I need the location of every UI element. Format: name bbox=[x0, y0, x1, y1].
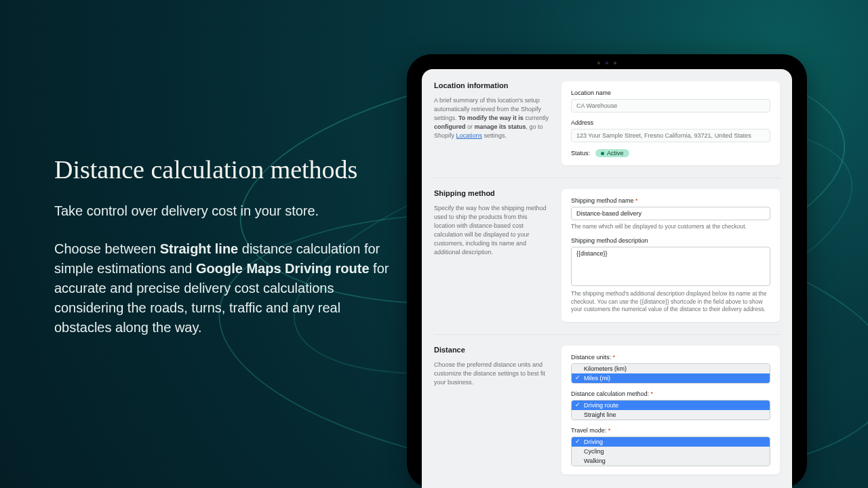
location-card: Location name Address Status: Active bbox=[561, 81, 780, 165]
mode-option-cycling[interactable]: Cycling bbox=[572, 447, 770, 456]
shipping-name-help: The name which will be displayed to your… bbox=[571, 223, 770, 230]
units-option-km[interactable]: Kilometers (km) bbox=[572, 364, 770, 373]
mode-dropdown[interactable]: Driving Cycling Walking bbox=[571, 436, 770, 466]
location-description: A brief summary of this location's setup… bbox=[434, 96, 549, 140]
locations-link[interactable]: Locations bbox=[456, 132, 483, 139]
tablet-frame: Location information A brief summary of … bbox=[407, 54, 807, 488]
app-screen: Location information A brief summary of … bbox=[422, 69, 792, 488]
method-dropdown[interactable]: Driving route Straight line bbox=[571, 400, 770, 420]
distance-heading: Distance bbox=[434, 346, 549, 354]
location-name-label: Location name bbox=[571, 89, 770, 96]
location-heading: Location information bbox=[434, 81, 549, 89]
section-location: Location information A brief summary of … bbox=[434, 81, 780, 178]
method-label: Distance calculation method: * bbox=[571, 390, 770, 397]
method-option-straight[interactable]: Straight line bbox=[572, 410, 770, 420]
distance-card: Distance units: * Kilometers (km) Miles … bbox=[561, 346, 780, 474]
units-dropdown[interactable]: Kilometers (km) Miles (mi) bbox=[571, 363, 770, 384]
units-option-mi[interactable]: Miles (mi) bbox=[572, 373, 770, 383]
shipping-desc-textarea[interactable] bbox=[571, 247, 770, 286]
address-input bbox=[571, 129, 770, 142]
method-option-driving[interactable]: Driving route bbox=[572, 401, 770, 410]
hero-title: Distance calculation methods bbox=[54, 155, 393, 184]
location-name-input bbox=[571, 99, 770, 113]
shipping-card: Shipping method name * The name which wi… bbox=[561, 189, 780, 322]
distance-description: Choose the preferred distance units and … bbox=[434, 361, 549, 387]
status-label: Status: bbox=[571, 150, 590, 157]
mode-label: Travel mode: * bbox=[571, 427, 770, 434]
section-distance: Distance Choose the preferred distance u… bbox=[434, 346, 780, 474]
mode-option-driving[interactable]: Driving bbox=[572, 437, 770, 447]
shipping-desc-label: Shipping method description bbox=[571, 237, 770, 244]
hero-copy: Distance calculation methods Take contro… bbox=[54, 155, 393, 338]
shipping-desc-help: The shipping method's additional descrip… bbox=[571, 290, 770, 313]
shipping-name-input[interactable] bbox=[571, 207, 770, 220]
shipping-description: Specify the way how the shipping method … bbox=[434, 204, 549, 257]
shipping-heading: Shipping method bbox=[434, 189, 549, 197]
mode-option-walking[interactable]: Walking bbox=[572, 456, 770, 466]
hero-subtitle: Take control over delivery cost in your … bbox=[54, 203, 393, 219]
hero-body: Choose between Straight line distance ca… bbox=[54, 239, 393, 338]
status-badge: Active bbox=[595, 149, 629, 157]
address-label: Address bbox=[571, 119, 770, 126]
shipping-name-label: Shipping method name * bbox=[571, 197, 770, 204]
units-label: Distance units: * bbox=[571, 354, 770, 361]
section-shipping: Shipping method Specify the way how the … bbox=[434, 189, 780, 335]
